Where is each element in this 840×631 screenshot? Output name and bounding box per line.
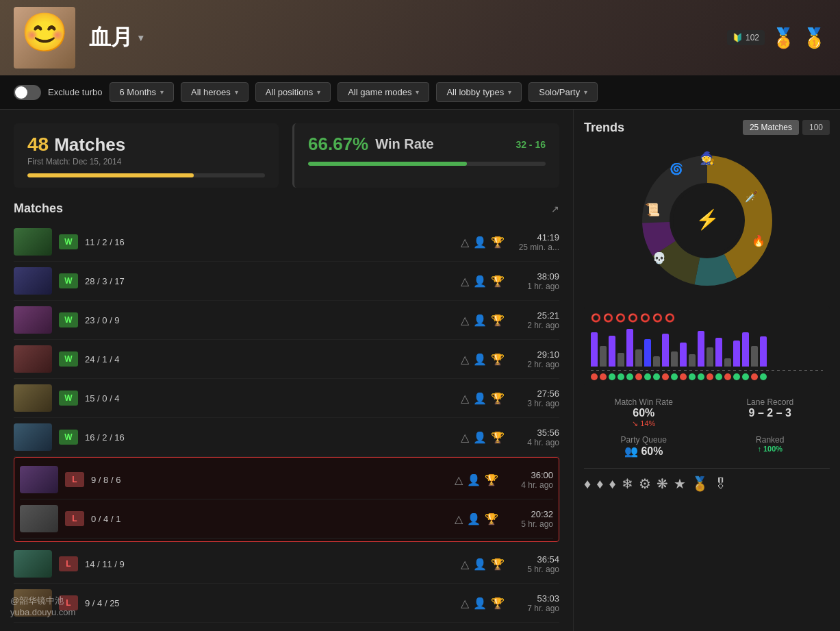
match-win-rate-stat: Match Win Rate 60% ↘ 14% (584, 397, 704, 428)
turbo-toggle[interactable] (14, 85, 41, 100)
dot-8 (653, 373, 660, 380)
up-arrow-icon: △ (461, 392, 469, 405)
match-time: 38:09 1 hr. ago (511, 271, 559, 291)
up-arrow-icon: △ (455, 473, 463, 486)
svg-text:🔥: 🔥 (752, 234, 765, 247)
trophy-icon: 🏆 (491, 558, 505, 571)
svg-text:🧙: 🧙 (700, 151, 715, 166)
party-filter[interactable]: Solo/Party ▾ (529, 82, 598, 102)
medal-icon: 🏅 (772, 27, 796, 49)
trend-btn-25[interactable]: 25 Matches (743, 120, 799, 135)
match-time: 20:32 5 hr. ago (505, 509, 553, 529)
dot-16 (724, 373, 731, 380)
person-icon: 👤 (473, 236, 487, 249)
bar-5 (626, 329, 633, 367)
matches-number: 48 (27, 134, 49, 156)
trophy-icon: 🏆 (491, 236, 505, 249)
win-rate-label: Win Rate (375, 136, 433, 152)
trend-btn-100[interactable]: 100 (802, 120, 830, 135)
dot-10 (671, 373, 678, 380)
matches-section-header: Matches ↗ (14, 201, 559, 216)
bar-4 (618, 353, 624, 367)
dot-4 (618, 373, 624, 380)
dot-17 (733, 373, 740, 380)
bar-chart-area: ⭕ ⭕ ⭕ ⭕ ⭕ ⭕ ⭕ (584, 306, 830, 387)
medal-7: ★ (674, 475, 686, 492)
period-filter[interactable]: 6 Months ▾ (110, 82, 174, 102)
dot-13 (698, 373, 704, 380)
match-time-ago: 5 hr. ago (505, 519, 553, 529)
up-arrow-icon: △ (461, 236, 469, 249)
medal-2: ♦ (596, 476, 603, 492)
divider (584, 468, 830, 469)
bar-20 (760, 336, 767, 367)
lobby-types-filter[interactable]: All lobby types ▾ (436, 82, 522, 102)
result-badge: W (59, 351, 78, 367)
matches-stat-box: 48 Matches First Match: Dec 15, 2014 (14, 123, 279, 188)
match-time: 29:10 2 hr. ago (511, 349, 559, 369)
person-icon: 👤 (473, 314, 487, 327)
medal-1: ♦ (584, 476, 591, 492)
svg-text:📜: 📜 (645, 202, 661, 217)
period-arrow-icon: ▾ (160, 88, 164, 96)
header: 血月 ▾ 🔰 102 🏅 🥇 (0, 0, 840, 75)
stats-row: 48 Matches First Match: Dec 15, 2014 66.… (14, 123, 559, 188)
first-match-date: First Match: Dec 15, 2014 (27, 157, 265, 166)
svg-text:🗡️: 🗡️ (745, 190, 759, 203)
hero-thumbnail (20, 505, 58, 532)
person-icon: 👤 (473, 392, 487, 405)
match-duration: 41:19 (511, 232, 559, 243)
party-queue-stat: Party Queue 👥 60% (584, 435, 704, 458)
dot-1 (591, 373, 598, 380)
lane-record-value: 9 – 2 – 3 (711, 407, 830, 419)
match-row[interactable]: W 23 / 0 / 9 △ 👤 🏆 25:21 2 hr. ago (14, 301, 559, 340)
medal-4: ❄ (622, 475, 633, 492)
match-row[interactable]: W 24 / 1 / 4 △ 👤 🏆 29:10 2 hr. ago (14, 340, 559, 379)
rank-icon: 🔰 (733, 33, 743, 42)
donut-chart-container: ⚡ 🧙 🗡️ 🔥 💀 📜 🌀 (584, 145, 830, 296)
medal-6: ❋ (657, 475, 668, 492)
match-row[interactable]: W 11 / 2 / 16 △ 👤 🏆 41:19 25 min. a... (14, 223, 559, 262)
hero-thumbnail (14, 306, 52, 334)
hero-thumbnail (14, 345, 52, 373)
player-dropdown-icon[interactable]: ▾ (138, 32, 143, 43)
dot-12 (689, 373, 696, 380)
match-row[interactable]: L 14 / 11 / 9 △ 👤 🏆 36:54 5 hr. ago (14, 545, 559, 584)
main-content: 48 Matches First Match: Dec 15, 2014 66.… (0, 110, 840, 631)
expand-icon[interactable]: ↗ (551, 203, 559, 214)
heroes-arrow-icon: ▾ (235, 88, 238, 96)
match-duration: 36:00 (505, 470, 553, 480)
kda-display: 11 / 2 / 16 (85, 237, 147, 247)
match-row[interactable]: W 28 / 3 / 17 △ 👤 🏆 38:09 1 hr. ago (14, 262, 559, 301)
match-row[interactable]: L 9 / 8 / 6 △ 👤 🏆 36:00 4 hr. ago (20, 460, 553, 499)
party-arrow-icon: ▾ (584, 88, 587, 96)
dot-3 (609, 373, 615, 380)
heroes-filter[interactable]: All heroes ▾ (181, 82, 249, 102)
match-row[interactable]: L 9 / 4 / 25 △ 👤 🏆 53:03 7 hr. ago (14, 584, 559, 623)
match-icons: △ 👤 🏆 (455, 512, 498, 525)
avatar (14, 7, 75, 69)
ranked-label: Ranked (711, 435, 830, 445)
person-icon: 👤 (473, 597, 487, 610)
game-modes-arrow-icon: ▾ (416, 88, 419, 96)
bar-3 (609, 336, 615, 367)
match-duration: 20:32 (505, 509, 553, 519)
result-badge: L (65, 472, 84, 487)
game-modes-filter[interactable]: All game modes ▾ (338, 82, 429, 102)
match-duration: 53:03 (511, 593, 559, 604)
bar-11 (680, 343, 687, 367)
trophy-icon: 🏆 (491, 392, 505, 405)
match-row[interactable]: W 16 / 2 / 16 △ 👤 🏆 35:56 4 hr. ago (14, 418, 559, 457)
person-icon: 👤 (473, 353, 487, 366)
win-rate-stat-box: 66.67% Win Rate 32 - 16 (292, 123, 559, 188)
matches-progress-bar (27, 173, 265, 177)
chart-hero-icons: ⭕ ⭕ ⭕ ⭕ ⭕ ⭕ ⭕ (591, 313, 823, 323)
positions-filter[interactable]: All positions ▾ (255, 82, 331, 102)
player-name-section: 血月 ▾ (89, 23, 143, 53)
chart-dots-row (591, 373, 823, 380)
trends-title: Trends (584, 121, 624, 135)
bar-1 (591, 332, 598, 367)
match-row[interactable]: L 0 / 4 / 1 △ 👤 🏆 20:32 5 hr. ago (20, 499, 553, 539)
medal-9: 🎖 (714, 476, 728, 492)
match-row[interactable]: W 15 / 0 / 4 △ 👤 🏆 27:56 3 hr. ago (14, 379, 559, 418)
